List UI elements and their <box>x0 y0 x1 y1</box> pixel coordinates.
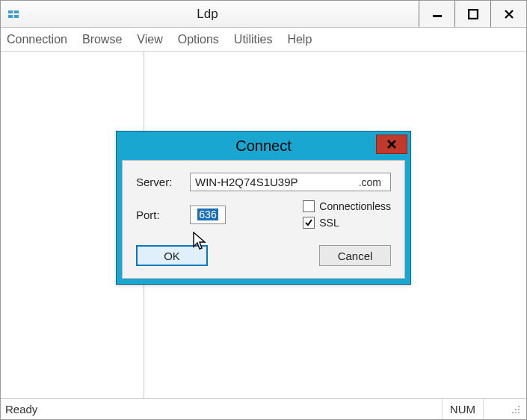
port-input[interactable]: 636 <box>190 206 226 224</box>
maximize-button[interactable] <box>454 1 490 27</box>
connect-dialog: Connect Server: WIN-H2Q74S1U39P .com Por… <box>116 131 411 285</box>
menu-connection[interactable]: Connection <box>7 33 67 46</box>
menu-help[interactable]: Help <box>287 33 312 46</box>
svg-rect-5 <box>469 10 478 19</box>
dialog-titlebar: Connect <box>117 132 410 160</box>
svg-rect-4 <box>433 15 442 17</box>
svg-point-11 <box>518 412 520 413</box>
svg-rect-1 <box>14 10 19 13</box>
svg-point-7 <box>515 409 517 410</box>
svg-point-10 <box>515 412 517 413</box>
statusbar: Ready NUM <box>1 398 526 419</box>
ssl-label: SSL <box>319 217 339 229</box>
server-input[interactable]: WIN-H2Q74S1U39P .com <box>190 173 391 191</box>
svg-rect-0 <box>8 10 13 13</box>
ssl-checkbox[interactable]: SSL <box>303 217 391 229</box>
svg-point-6 <box>518 406 520 407</box>
menubar: Connection Browse View Options Utilities… <box>1 28 526 52</box>
titlebar: Ldp <box>1 1 526 28</box>
dialog-title: Connect <box>117 138 410 155</box>
resize-grip-icon[interactable] <box>510 404 522 416</box>
close-icon <box>386 139 397 149</box>
svg-rect-2 <box>8 15 13 18</box>
server-label: Server: <box>136 176 190 188</box>
checkmark-icon <box>304 218 313 227</box>
dialog-close-button[interactable] <box>376 135 407 154</box>
cancel-label: Cancel <box>338 250 373 262</box>
status-cell <box>483 399 510 419</box>
menu-browse[interactable]: Browse <box>82 33 122 46</box>
ok-button[interactable]: OK <box>136 245 208 266</box>
port-value: 636 <box>197 209 218 220</box>
svg-rect-3 <box>14 15 19 18</box>
minimize-button[interactable] <box>419 1 454 27</box>
status-num: NUM <box>442 399 483 419</box>
close-button[interactable] <box>490 1 526 27</box>
ok-label: OK <box>164 250 180 262</box>
dialog-body: Server: WIN-H2Q74S1U39P .com Port: 636 C… <box>122 160 405 279</box>
menu-options[interactable]: Options <box>178 33 219 46</box>
connectionless-label: Connectionless <box>319 200 391 212</box>
status-text: Ready <box>5 403 442 416</box>
svg-point-9 <box>512 412 514 413</box>
menu-view[interactable]: View <box>137 33 162 46</box>
server-value: WIN-H2Q74S1U39P <box>195 176 298 188</box>
cancel-button[interactable]: Cancel <box>319 245 391 266</box>
window-controls <box>419 1 526 27</box>
menu-utilities[interactable]: Utilities <box>234 33 273 46</box>
checkbox-icon <box>303 217 315 229</box>
app-icon <box>7 7 20 21</box>
checkbox-icon <box>303 200 315 212</box>
server-suffix: .com <box>359 176 381 188</box>
svg-point-8 <box>518 409 520 410</box>
connectionless-checkbox[interactable]: Connectionless <box>303 200 391 212</box>
port-label: Port: <box>136 209 190 221</box>
window-title: Ldp <box>1 7 414 22</box>
